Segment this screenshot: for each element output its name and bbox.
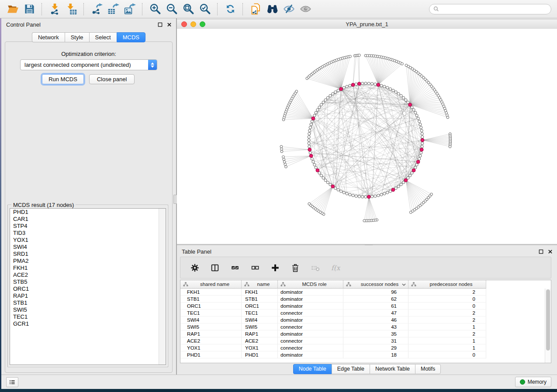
network-node[interactable] [386,86,389,89]
run-mcds-button[interactable]: Run MCDS [42,74,84,84]
network-node[interactable] [316,109,319,111]
network-edge[interactable] [282,150,310,151]
network-edge[interactable] [316,127,421,168]
network-node[interactable] [310,123,312,126]
network-node[interactable] [417,117,419,120]
mcds-dominator-node[interactable] [412,168,415,172]
network-edge[interactable] [369,175,410,197]
mcds-result-item[interactable]: STB1 [10,299,166,306]
mcds-result-item[interactable]: SRD1 [10,251,166,258]
mcds-dominator-node[interactable] [421,138,424,142]
mcds-dominator-node[interactable] [351,83,355,86]
network-leaf-node[interactable] [283,158,285,161]
mcds-dominator-node[interactable] [391,188,395,192]
network-leaf-node[interactable] [280,148,283,151]
table-row[interactable]: SWI4SWI4dominator462 [180,316,545,323]
network-edge[interactable] [406,180,422,204]
export-network-button[interactable] [89,2,104,17]
mcds-dominator-node[interactable] [308,148,311,151]
network-node[interactable] [313,114,316,117]
zoom-fit-button[interactable] [181,2,196,17]
column-header-name[interactable]: name [242,280,278,289]
network-node[interactable] [371,195,374,198]
network-edge[interactable] [408,66,410,105]
network-edge[interactable] [378,62,397,85]
deselect-all-rows-button[interactable] [248,260,263,275]
network-edge[interactable] [422,134,450,140]
mcds-result-item[interactable]: PHD1 [10,209,166,216]
network-node[interactable] [309,126,311,129]
network-edge[interactable] [410,98,440,105]
mcds-result-item[interactable]: STP4 [10,223,166,230]
close-panel-button[interactable]: Close panel [89,74,135,84]
network-edge[interactable] [312,186,333,206]
mcds-result-item[interactable]: STB5 [10,279,166,285]
network-node[interactable] [400,183,402,186]
hide-selected-button[interactable] [281,2,296,17]
network-node[interactable] [402,96,405,99]
mcds-dominator-node[interactable] [404,179,408,182]
network-node[interactable] [386,191,389,194]
network-node[interactable] [308,132,311,135]
network-node[interactable] [311,120,313,123]
open-session-button[interactable] [5,2,20,17]
network-node[interactable] [349,84,351,87]
network-edge[interactable] [313,118,369,197]
tab-select[interactable]: Select [89,32,117,42]
network-node[interactable] [371,83,374,85]
network-node[interactable] [324,179,327,182]
network-node[interactable] [346,193,348,195]
column-header-predecessor-nodes[interactable]: predecessor nodes [408,280,486,289]
table-row[interactable]: YOX1YOX1connector291 [180,344,545,351]
network-edge[interactable] [358,55,359,84]
table-row[interactable]: TEC1TEC1connector472 [180,309,545,316]
network-node[interactable] [380,193,383,196]
network-edge[interactable] [422,137,450,140]
panel-selector-button[interactable] [6,377,18,387]
table-row[interactable]: STB1STB1dominator620 [180,296,545,303]
network-leaf-node[interactable] [285,165,287,168]
network-node[interactable] [420,151,422,154]
network-edge[interactable] [369,197,375,220]
network-leaf-node[interactable] [446,116,449,119]
network-edge[interactable] [410,75,420,105]
network-node[interactable] [352,194,354,197]
network-node[interactable] [412,109,415,111]
clone-network-button[interactable] [248,2,263,17]
mcds-result-item[interactable]: GCR1 [10,320,166,327]
network-leaf-node[interactable] [284,163,287,166]
network-node[interactable] [418,120,421,123]
import-table-button[interactable] [64,2,79,17]
import-network-button[interactable] [47,2,62,17]
network-node[interactable] [421,145,423,148]
tab-network-table[interactable]: Network Table [370,364,415,374]
network-node[interactable] [322,177,325,179]
network-node[interactable] [415,163,418,166]
network-node[interactable] [313,163,316,166]
network-node[interactable] [421,132,423,135]
network-canvas[interactable] [177,29,557,244]
network-node[interactable] [308,142,310,144]
network-edge[interactable] [406,180,415,210]
network-node[interactable] [364,196,367,198]
network-edge[interactable] [410,72,416,105]
network-node[interactable] [318,106,321,109]
network-node[interactable] [337,89,339,92]
mcds-result-item[interactable]: TID3 [10,230,166,237]
network-node[interactable] [361,196,364,198]
network-node[interactable] [337,189,339,191]
network-node[interactable] [315,111,317,114]
network-node[interactable] [389,88,391,90]
network-edge[interactable] [341,57,349,89]
network-node[interactable] [394,187,397,189]
table-row[interactable]: PHD1PHD1dominator180 [180,351,545,358]
mcds-dominator-node[interactable] [367,195,370,199]
network-node[interactable] [392,89,394,92]
mcds-result-item[interactable]: FKH1 [10,265,166,272]
network-node[interactable] [349,193,351,196]
select-all-rows-button[interactable] [228,260,242,275]
network-node[interactable] [309,151,311,154]
network-edge[interactable] [341,58,345,89]
network-edge[interactable] [406,65,410,105]
network-node[interactable] [324,99,327,101]
